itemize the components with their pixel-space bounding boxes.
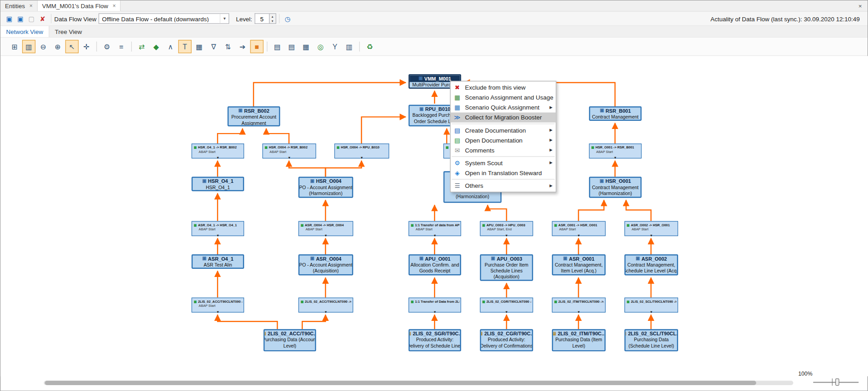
h-scrollbar-thumb[interactable] [45, 381, 756, 385]
flow-node-2lis-02-cgr[interactable]: ▤2LIS_02_CGR/T90C... Produced Activity: … [480, 329, 533, 351]
flow-node-2lis-02-sgr[interactable]: ▤2LIS_02_SGR/T90C... Produced Activity: … [409, 329, 461, 351]
hierarchy-icon[interactable]: Y [328, 40, 341, 53]
flow-node-hsr-o001[interactable]: ▣HSR_O001 Contract Management (Harmoniza… [589, 177, 642, 198]
clear-dataflow-icon[interactable]: ✘ [37, 13, 48, 24]
outline-menu-icon[interactable]: ≡ [114, 40, 127, 53]
zoom-slider-handle[interactable] [835, 378, 840, 386]
transformation-node[interactable]: ▦ASR_O001 -> HSR_O001 ABAP Start ▾ [552, 221, 606, 236]
menu-item-create-documentation[interactable]: ▤ Create Documentation ▶ [451, 125, 556, 135]
transformation-node[interactable]: ▦HSR_O004 -> RSR_B002 ABAP Start ▾ [262, 143, 316, 158]
swimlane-icon[interactable]: ▥ [22, 40, 35, 53]
expand-arrow-icon[interactable]: ▾ [217, 310, 219, 314]
expand-arrow-icon[interactable]: ▾ [325, 234, 326, 238]
fit-view-icon[interactable]: ⇄ [135, 40, 148, 53]
flow-node-rsr-b001[interactable]: ▣RSR_B001 Contract Management [589, 106, 642, 121]
expand-arrow-icon[interactable]: ▾ [505, 234, 507, 238]
transformation-node[interactable]: ▦2LIS_02_CGR/T90CLNT090 ->... ▾ [480, 298, 533, 313]
flow-node-2lis-02-acc[interactable]: ▤2LIS_02_ACC/T90C... Purchasing Data (Ac… [264, 329, 316, 351]
transformation-node[interactable]: ▦HSR_O004 -> RPU_B010 ▾ [335, 143, 389, 158]
expand-arrow-icon[interactable]: ▾ [650, 310, 652, 314]
expand-arrow-icon[interactable]: ▾ [614, 156, 616, 160]
chart-menu-icon[interactable]: ▥ [343, 40, 356, 53]
tab-close-icon[interactable]: × [29, 3, 33, 9]
refresh-icon[interactable]: ♻ [363, 40, 376, 53]
transformation-node[interactable]: ▦1:1 Transfer of data from APU... ABAP S… [409, 221, 461, 236]
level-spinner[interactable]: ▴ ▾ [269, 13, 276, 24]
flow-node-apu-o001[interactable]: ▣APU_O001 Allocation Confirm. and Goods … [409, 254, 461, 276]
launch-icon[interactable]: ➔ [236, 40, 249, 53]
zoom-out-icon[interactable]: ⊖ [37, 40, 50, 53]
expand-arrow-icon[interactable]: ▾ [578, 310, 580, 314]
dataflow-canvas[interactable]: ▣VMM_M001 MultiProvider Purch... ▣RSR_B0… [0, 56, 868, 377]
select-cursor-icon[interactable]: ↖ [65, 40, 78, 53]
globe-sync-icon[interactable]: ◎ [314, 40, 327, 53]
transformation-node[interactable]: ▦ASR_O004 -> HSR_O004 ABAP Start ▾ [298, 221, 353, 236]
transformation-node[interactable]: ▦HSR_O001 -> RSR_B001 ABAP Start ▾ [589, 143, 642, 158]
flow-node-hsr-o4-1[interactable]: ▣HSR_O4_1 HSR_O4_1 [192, 177, 244, 191]
text-labels-icon[interactable]: T [178, 40, 191, 53]
menu-item-open-documentation[interactable]: ▤ Open Documentation ▶ [451, 135, 556, 145]
save-icon[interactable]: ▣ [4, 13, 15, 24]
servers-icon[interactable]: ▤ [271, 40, 284, 53]
transformation-node[interactable]: ▦ASR_O4_1 -> HSR_O4_1 ABAP Start ▾ [192, 221, 244, 236]
expand-arrow-icon[interactable]: ▾ [288, 156, 290, 160]
menu-item-collect-migration-booster[interactable]: ≫ Collect for Migration Booster [451, 113, 556, 123]
flow-node-apu-o003[interactable]: ▣APU_O003 Purchase Order Item Schedule L… [480, 254, 533, 281]
h-scrollbar[interactable] [44, 381, 793, 385]
flow-node-2lis-02-itm[interactable]: ▤2LIS_02_ITM/T90C... Purchasing Data (It… [552, 329, 606, 351]
systems-icon[interactable]: ▤ [285, 40, 298, 53]
flow-node-asr-o002[interactable]: ▣ASR_O002 Contract Management, Schedule … [624, 254, 678, 276]
tab-close-icon[interactable]: × [113, 3, 116, 9]
flow-node-hsr-o004[interactable]: ▣HSR_O004 PO - Account Assignment (Harmo… [298, 177, 353, 198]
expand-arrow-icon[interactable]: ▾ [434, 310, 436, 314]
flow-node-asr-o004[interactable]: ▣ASR_O004 PO - Account Assignment (Acqui… [298, 254, 353, 276]
tab-dataflow[interactable]: VMM_M001's Data Flow × [38, 0, 121, 11]
transformation-node[interactable]: ▦ASR_O002 -> HSR_O001 ABAP Start ▾ [624, 221, 678, 236]
expand-arrow-icon[interactable]: ▾ [325, 310, 326, 314]
tab-network-view[interactable]: Network View [0, 26, 49, 37]
expand-arrow-icon[interactable]: ▾ [650, 234, 652, 238]
expand-arrow-icon[interactable]: ▾ [217, 156, 219, 160]
expand-arrow-icon[interactable]: ▾ [217, 234, 219, 238]
sync-clock-icon[interactable]: ◷ [282, 13, 293, 24]
transformation-node[interactable]: ▦1:1 Transfer of Data from 2LIS... ▾ [409, 298, 461, 313]
collapse-icon[interactable]: ∧ [164, 40, 177, 53]
menu-item-exclude[interactable]: ✖ Exclude from this view [451, 82, 556, 92]
expand-arrow-icon[interactable]: ▾ [361, 156, 363, 160]
expand-arrow-icon[interactable]: ▾ [578, 234, 580, 238]
save-all-icon[interactable]: ▣ [15, 13, 26, 24]
table-menu-icon[interactable]: ▦ [193, 40, 206, 53]
transformation-node[interactable]: ▦2LIS_02_ACC/T90CLNT090 ->... ABAP Start… [192, 298, 244, 313]
data-flow-view-select[interactable]: Offline Data Flow - default (downwards) … [99, 13, 229, 24]
menu-item-scenario-quick-assignment[interactable]: ▦ Scenario Quick Assignment ▶ [451, 103, 556, 113]
tab-entities[interactable]: Entities × [0, 0, 38, 11]
flow-node-rsr-b002[interactable]: ▣RSR_B002 Procurement Account Assignment [227, 106, 280, 126]
flow-node-2lis-02-scl[interactable]: ▤2LIS_02_SCL/T90CL... Purchasing Data (S… [624, 329, 678, 351]
zoom-in-icon[interactable]: ⊕ [51, 40, 64, 53]
tabstrip-close-button[interactable]: × [853, 0, 867, 11]
tab-tree-view[interactable]: Tree View [49, 26, 87, 37]
transformation-node[interactable]: ▦2LIS_02_ITM/T90CLNT090 ->... ▾ [552, 298, 606, 313]
anchor-grid-icon[interactable]: ⊞ [8, 40, 21, 53]
repair-icon[interactable]: ⚙ [100, 40, 113, 53]
navigate-icon[interactable]: ◆ [150, 40, 163, 53]
transformation-node[interactable]: ▦HSR_O4_1 -> RSR_B002 ABAP Start ▾ [192, 143, 244, 158]
expand-arrow-icon[interactable]: ▾ [505, 310, 507, 314]
transformation-node[interactable]: ▦2LIS_02_SCL/T90CLNT090 ->... ▾ [624, 298, 678, 313]
menu-item-system-scout[interactable]: ⚙ System Scout ▶ [451, 158, 556, 168]
menu-item-others[interactable]: ☰ Others ▶ [451, 181, 556, 191]
filter-menu-icon[interactable]: ∇ [207, 40, 220, 53]
spinner-down-icon[interactable]: ▾ [269, 19, 275, 23]
grid-icon[interactable]: ▦ [299, 40, 312, 53]
expand-arrow-icon[interactable]: ▾ [434, 234, 436, 238]
chevron-down-icon[interactable]: ▼ [220, 14, 229, 24]
menu-item-comments[interactable]: ✉ Comments ▶ [451, 145, 556, 155]
menu-item-translation-steward[interactable]: ◈ Open in Translation Steward [451, 168, 556, 178]
menu-item-scenario-assignment[interactable]: ▦ Scenario Assignment and Usage [451, 92, 556, 102]
level-input[interactable] [255, 13, 269, 24]
pan-hand-icon[interactable]: ✛ [80, 40, 93, 53]
transformation-node[interactable]: ▦APU_O003 -> HPU_O003 ABAP Start, End ▾ [480, 221, 533, 236]
flow-node-asr-o4-1[interactable]: ▣ASR_O4_1 ASR Test Alin [192, 254, 244, 269]
flow-node-asr-o001[interactable]: ▣ASR_O001 Contract Management, Item Leve… [552, 254, 606, 276]
transformation-node[interactable]: ▦2LIS_02_ACC/T90CLNT090 ->... ▾ [298, 298, 353, 313]
